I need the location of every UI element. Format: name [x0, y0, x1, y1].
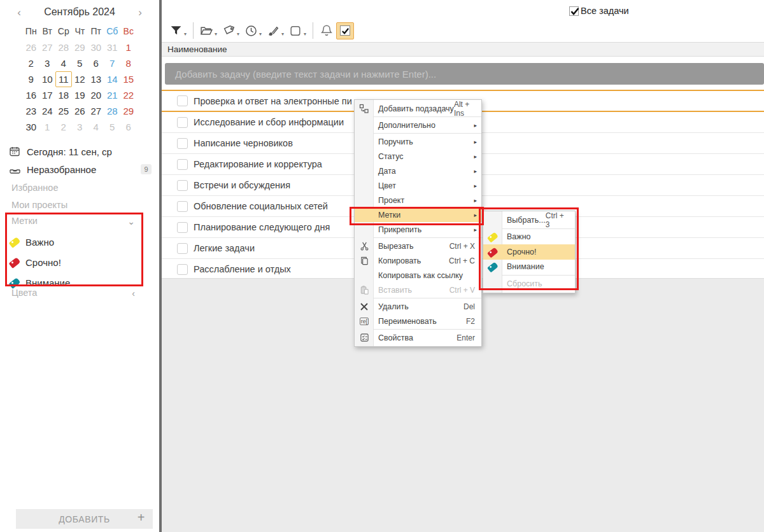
calendar-day[interactable]: 27 — [88, 103, 104, 119]
calendar-day[interactable]: 3 — [39, 55, 56, 71]
sidebar-group-colors[interactable]: Цвета ‹ — [0, 288, 159, 302]
calendar-day[interactable]: 4 — [88, 119, 104, 135]
calendar-day[interactable]: 28 — [55, 39, 72, 55]
sidebar-item[interactable]: Неразобранное9 — [0, 160, 159, 178]
calendar-day[interactable]: 2 — [55, 119, 72, 135]
sidebar-tag-item[interactable]: Важно — [0, 232, 159, 252]
context-menu-item[interactable]: ВставитьCtrl + V — [355, 283, 481, 297]
sidebar-group-labels[interactable]: Метки ⌄ — [0, 216, 159, 230]
context-menu-item[interactable]: УдалитьDel — [355, 299, 481, 314]
calendar-day[interactable]: 5 — [104, 119, 121, 135]
clock-icon[interactable]: ▾ — [244, 24, 262, 38]
calendar-day[interactable]: 29 — [72, 39, 88, 55]
calendar-day[interactable]: 6 — [88, 55, 104, 71]
submenu-item[interactable]: Срочно! — [483, 244, 575, 260]
calendar-day[interactable]: 20 — [88, 87, 104, 103]
calendar-day[interactable]: 15 — [120, 71, 137, 87]
task-checkbox[interactable] — [177, 264, 188, 275]
calendar-day[interactable]: 26 — [23, 39, 39, 55]
calendar-day[interactable]: 1 — [120, 39, 137, 55]
calendar-day[interactable]: 2 — [23, 55, 39, 71]
calendar-day[interactable]: 31 — [104, 39, 121, 55]
calendar-day[interactable]: 28 — [104, 103, 121, 119]
calendar-day[interactable]: 23 — [23, 103, 39, 119]
confirm-checkbox-icon[interactable] — [336, 22, 354, 39]
context-menu-item[interactable]: ВырезатьCtrl + X — [355, 239, 481, 253]
context-menu-item[interactable]: СвойстваEnter — [355, 330, 481, 345]
context-menu-item[interactable]: Копировать как ссылку — [355, 268, 481, 283]
calendar-header: ‹ Сентябрь 2024 › — [0, 5, 159, 20]
add-button[interactable]: ДОБАВИТЬ + — [16, 509, 153, 529]
calendar-day[interactable]: 13 — [88, 71, 104, 87]
task-checkbox[interactable] — [177, 201, 188, 212]
calendar-day[interactable]: 1 — [39, 119, 56, 135]
context-menu-item[interactable]: Цвет▸ — [355, 178, 481, 193]
calendar-day[interactable]: 4 — [55, 55, 72, 71]
submenu-item-label: Выбрать... — [507, 216, 546, 225]
calendar-day[interactable]: 17 — [39, 87, 56, 103]
calendar-day[interactable]: 18 — [55, 87, 72, 103]
menu-separator — [374, 298, 481, 298]
bell-icon[interactable] — [320, 24, 334, 38]
task-checkbox[interactable] — [177, 222, 188, 233]
calendar-day[interactable]: 22 — [120, 87, 137, 103]
task-checkbox[interactable] — [177, 117, 188, 128]
calendar-day-today[interactable]: 11 — [55, 71, 72, 87]
all-tasks-toggle[interactable]: Все задачи — [569, 6, 629, 16]
all-tasks-checkbox[interactable] — [569, 6, 579, 16]
calendar-day[interactable]: 21 — [104, 87, 121, 103]
context-menu-item[interactable]: Дата▸ — [355, 164, 481, 178]
task-checkbox[interactable] — [177, 180, 188, 191]
task-checkbox[interactable] — [177, 243, 188, 254]
calendar-day[interactable]: 14 — [104, 71, 121, 87]
context-menu-item[interactable]: Статус▸ — [355, 149, 481, 164]
calendar-day[interactable]: 9 — [23, 71, 39, 87]
calendar-day[interactable]: 27 — [39, 39, 56, 55]
sidebar-item[interactable]: Сегодня: 11 сен, ср — [0, 143, 159, 160]
submenu-item[interactable]: Выбрать...Ctrl + 3 — [483, 213, 575, 228]
context-menu-item[interactable]: Добавить подзадачуAlt + Ins — [355, 101, 481, 116]
filter-icon[interactable]: ▾ — [169, 24, 187, 38]
folder-open-icon[interactable]: ▾ — [200, 24, 217, 38]
context-menu-item[interactable]: Метки▸ — [355, 207, 481, 222]
sidebar-tag-item[interactable]: Срочно! — [0, 252, 159, 272]
calendar-day[interactable]: 5 — [72, 55, 88, 71]
calendar-day[interactable]: 25 — [55, 103, 72, 119]
submenu-item[interactable]: Внимание — [483, 260, 575, 275]
chevron-left-icon[interactable]: ‹ — [132, 288, 135, 298]
column-header[interactable]: Наименование — [162, 42, 764, 57]
calendar-day[interactable]: 12 — [72, 71, 88, 87]
calendar-next-icon[interactable]: › — [132, 5, 148, 20]
sidebar-section[interactable]: Избранное — [0, 179, 159, 197]
chevron-down-icon[interactable]: ⌄ — [127, 216, 135, 227]
context-menu-item[interactable]: Прикрепить▸ — [355, 222, 481, 237]
context-menu-item[interactable]: Дополнительно▸ — [355, 118, 481, 132]
frame-icon[interactable]: ▾ — [289, 24, 306, 38]
submenu-item[interactable]: Важно — [483, 230, 575, 245]
brush-icon[interactable]: ▾ — [267, 24, 284, 38]
add-task-input[interactable]: Добавить задачу (введите текст задачи и … — [165, 63, 764, 85]
task-checkbox[interactable] — [177, 95, 188, 106]
calendar-day[interactable]: 29 — [120, 103, 137, 119]
task-checkbox[interactable] — [177, 159, 188, 170]
submenu-item[interactable]: Сбросить — [483, 276, 575, 291]
calendar-day[interactable]: 6 — [120, 119, 137, 135]
context-menu-item[interactable]: re[ПереименоватьF2 — [355, 314, 481, 328]
calendar-day[interactable]: 16 — [23, 87, 39, 103]
context-menu-item[interactable]: Проект▸ — [355, 193, 481, 207]
sidebar-section[interactable]: Мои проекты — [0, 197, 159, 214]
calendar-day[interactable]: 3 — [72, 119, 88, 135]
calendar-day[interactable]: 10 — [39, 71, 56, 87]
context-menu-item[interactable]: КопироватьCtrl + C — [355, 253, 481, 268]
calendar-day[interactable]: 7 — [104, 55, 121, 71]
calendar-day[interactable]: 30 — [23, 119, 39, 135]
calendar-day[interactable]: 26 — [72, 103, 88, 119]
calendar-day[interactable]: 30 — [88, 39, 104, 55]
task-checkbox[interactable] — [177, 138, 188, 149]
context-menu-item[interactable]: Поручить▸ — [355, 134, 481, 149]
calendar-day[interactable]: 8 — [120, 55, 137, 71]
tag-icon[interactable]: ▾ — [222, 24, 239, 38]
calendar-day[interactable]: 19 — [72, 87, 88, 103]
calendar-day[interactable]: 24 — [39, 103, 56, 119]
calendar-day-header: Пт — [88, 24, 104, 38]
